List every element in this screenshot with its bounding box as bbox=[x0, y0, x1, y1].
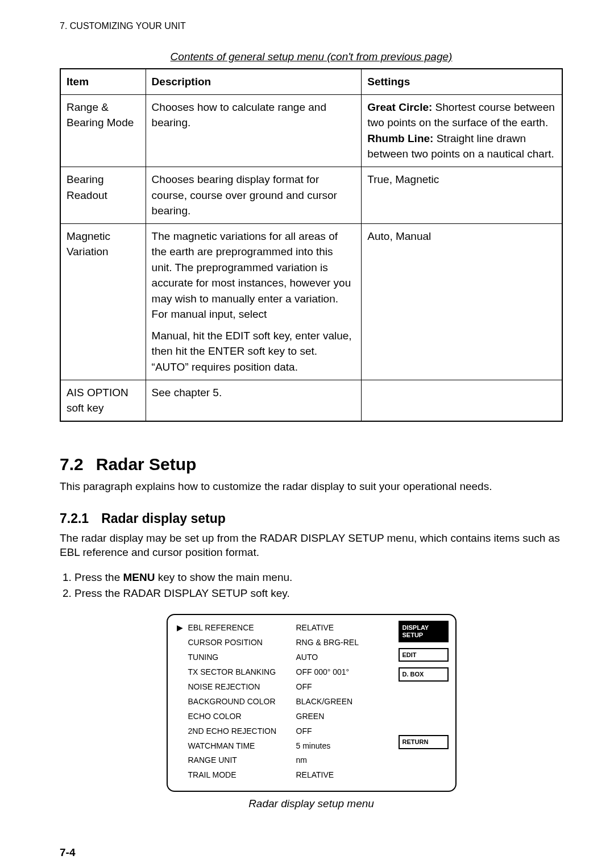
list-item: Press the RADAR DISPLAY SETUP soft key. bbox=[74, 586, 563, 601]
softkey-label-line2: SETUP bbox=[403, 632, 424, 638]
section-title: Radar Setup bbox=[96, 455, 197, 474]
menu-row: 2ND ECHO REJECTION OFF bbox=[177, 724, 391, 739]
table-row: AIS OPTION soft key See chapter 5. bbox=[60, 380, 562, 421]
softkey-column: DISPLAY SETUP EDIT D. BOX RETURN bbox=[399, 621, 449, 783]
cell-item: Magnetic Variation bbox=[60, 223, 146, 380]
cell-settings bbox=[362, 380, 562, 421]
menu-row: WATCHMAN TIME 5 minutes bbox=[177, 739, 391, 754]
section-lead: This paragraph explains how to customize… bbox=[60, 479, 563, 494]
menu-label: CURSOR POSITION bbox=[188, 636, 291, 650]
softkey-edit[interactable]: EDIT bbox=[399, 648, 449, 662]
table-row: Bearing Readout Chooses bearing display … bbox=[60, 167, 562, 223]
cursor-spacer bbox=[177, 753, 182, 768]
step-key: MENU bbox=[123, 571, 155, 583]
cell-settings: True, Magnetic bbox=[362, 167, 562, 223]
menu-figure: ▶ EBL REFERENCE RELATIVE CURSOR POSITION… bbox=[167, 614, 457, 811]
menu-label: TRAIL MODE bbox=[188, 768, 291, 783]
cursor-spacer bbox=[177, 709, 182, 724]
cell-settings: Auto, Manual bbox=[362, 223, 562, 380]
menu-screen: ▶ EBL REFERENCE RELATIVE CURSOR POSITION… bbox=[167, 614, 457, 792]
subsection-body: The radar display may be set up from the… bbox=[60, 531, 563, 560]
table-row: Magnetic Variation The magnetic variatio… bbox=[60, 223, 562, 380]
cell-item: Bearing Readout bbox=[60, 167, 146, 223]
step-text: key to show the main menu. bbox=[155, 571, 293, 583]
menu-row: TRAIL MODE RELATIVE bbox=[177, 768, 391, 783]
section-number: 7.2 bbox=[60, 453, 84, 476]
description-paragraph: The magnetic variations for all areas of… bbox=[152, 229, 356, 322]
cell-description: Chooses how to calculate range and beari… bbox=[146, 94, 362, 167]
menu-label: BACKGROUND COLOR bbox=[188, 695, 291, 709]
menu-value: RNG & BRG-REL bbox=[296, 636, 391, 650]
softkey-return[interactable]: RETURN bbox=[399, 735, 449, 749]
menu-value: OFF 000° 001° bbox=[296, 665, 391, 680]
menu-value: RELATIVE bbox=[296, 768, 391, 783]
step-text: Press the bbox=[74, 571, 123, 583]
figure-caption: Radar display setup menu bbox=[167, 796, 457, 811]
subsection-heading: 7.2.1Radar display setup bbox=[60, 510, 563, 528]
cursor-spacer bbox=[177, 650, 182, 665]
table-header-description: Description bbox=[146, 69, 362, 94]
menu-settings-list: ▶ EBL REFERENCE RELATIVE CURSOR POSITION… bbox=[177, 621, 391, 783]
subsection-number: 7.2.1 bbox=[60, 510, 89, 528]
menu-value: 5 minutes bbox=[296, 739, 391, 754]
section-heading: 7.2Radar Setup bbox=[60, 453, 563, 476]
cell-description: The magnetic variations for all areas of… bbox=[146, 223, 362, 380]
menu-label: RANGE UNIT bbox=[188, 753, 291, 768]
softkey-display-setup[interactable]: DISPLAY SETUP bbox=[399, 621, 449, 642]
description-paragraph: Manual, hit the EDIT soft key, enter val… bbox=[152, 328, 356, 375]
table-row: Range & Bearing Mode Chooses how to calc… bbox=[60, 94, 562, 167]
menu-row: BACKGROUND COLOR BLACK/GREEN bbox=[177, 695, 391, 709]
cell-settings: Great Circle: Shortest course between tw… bbox=[362, 94, 562, 167]
menu-row: NOISE REJECTION OFF bbox=[177, 680, 391, 695]
table-caption: Contents of general setup menu (con't fr… bbox=[60, 49, 563, 64]
menu-label: EBL REFERENCE bbox=[188, 621, 291, 636]
menu-label: TX SECTOR BLANKING bbox=[188, 665, 291, 680]
cursor-spacer bbox=[177, 739, 182, 754]
menu-value: RELATIVE bbox=[296, 621, 391, 636]
cell-item: Range & Bearing Mode bbox=[60, 94, 146, 167]
cursor-spacer bbox=[177, 724, 182, 739]
menu-value: OFF bbox=[296, 680, 391, 695]
table-header-item: Item bbox=[60, 69, 146, 94]
menu-value: BLACK/GREEN bbox=[296, 695, 391, 709]
menu-row: TUNING AUTO bbox=[177, 650, 391, 665]
cursor-icon: ▶ bbox=[177, 621, 182, 636]
general-setup-table: Item Description Settings Range & Bearin… bbox=[60, 68, 563, 421]
menu-label: TUNING bbox=[188, 650, 291, 665]
table-header-settings: Settings bbox=[362, 69, 562, 94]
cell-item: AIS OPTION soft key bbox=[60, 380, 146, 421]
cell-description: See chapter 5. bbox=[146, 380, 362, 421]
softkey-label-line1: DISPLAY bbox=[403, 624, 429, 631]
steps-list: Press the MENU key to show the main menu… bbox=[60, 570, 563, 600]
menu-row: CURSOR POSITION RNG & BRG-REL bbox=[177, 636, 391, 650]
menu-value: nm bbox=[296, 753, 391, 768]
table-header-row: Item Description Settings bbox=[60, 69, 562, 94]
menu-value: OFF bbox=[296, 724, 391, 739]
cursor-spacer bbox=[177, 665, 182, 680]
softkey-spacer bbox=[399, 687, 449, 729]
cursor-spacer bbox=[177, 680, 182, 695]
cursor-spacer bbox=[177, 695, 182, 709]
menu-row: ▶ EBL REFERENCE RELATIVE bbox=[177, 621, 391, 636]
menu-value: GREEN bbox=[296, 709, 391, 724]
list-item: Press the MENU key to show the main menu… bbox=[74, 570, 563, 585]
page-header-section: 7. CUSTOMIZING YOUR UNIT bbox=[60, 20, 563, 32]
softkey-dbox[interactable]: D. BOX bbox=[399, 667, 449, 682]
settings-bold-label: Rhumb Line: bbox=[367, 132, 433, 144]
menu-label: NOISE REJECTION bbox=[188, 680, 291, 695]
menu-row: RANGE UNIT nm bbox=[177, 753, 391, 768]
settings-bold-label: Great Circle: bbox=[367, 101, 432, 113]
menu-value: AUTO bbox=[296, 650, 391, 665]
menu-label: WATCHMAN TIME bbox=[188, 739, 291, 754]
cell-description: Chooses bearing display format for cours… bbox=[146, 167, 362, 223]
menu-label: ECHO COLOR bbox=[188, 709, 291, 724]
page-number: 7-4 bbox=[60, 845, 563, 860]
menu-label: 2ND ECHO REJECTION bbox=[188, 724, 291, 739]
cursor-spacer bbox=[177, 636, 182, 650]
menu-row: TX SECTOR BLANKING OFF 000° 001° bbox=[177, 665, 391, 680]
menu-row: ECHO COLOR GREEN bbox=[177, 709, 391, 724]
cursor-spacer bbox=[177, 768, 182, 783]
subsection-title: Radar display setup bbox=[101, 511, 226, 526]
